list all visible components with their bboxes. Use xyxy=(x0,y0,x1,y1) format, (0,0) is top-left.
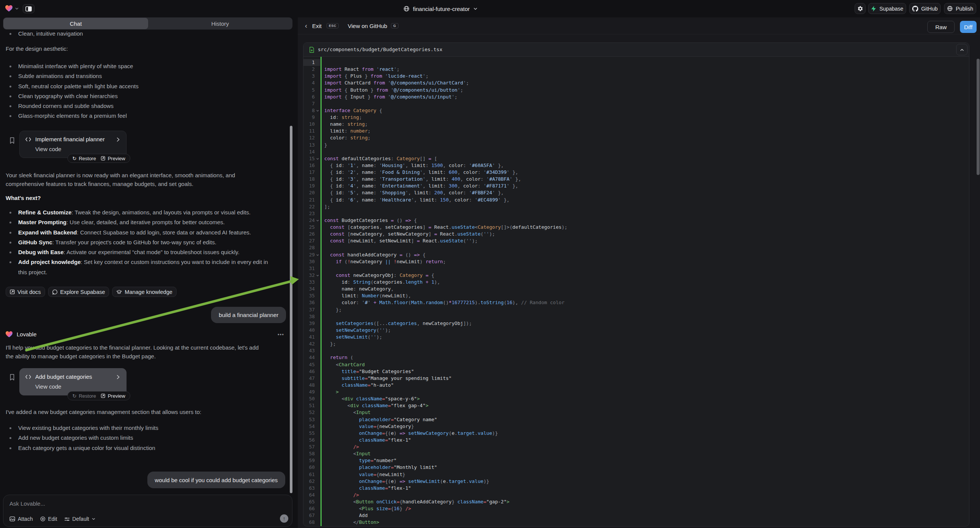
diff-toggle-button[interactable]: Diff xyxy=(960,21,977,33)
restore-button[interactable]: ↻ Restore xyxy=(72,156,96,161)
line-number: 63 xyxy=(304,485,315,491)
restore-preview-pill: ↻ Restore Preview xyxy=(67,154,130,163)
line-number: 66 xyxy=(304,505,315,512)
view-code-link[interactable]: View code xyxy=(35,383,61,390)
added-bullet-list: View existing budget categories with the… xyxy=(6,423,158,453)
exit-button[interactable]: Exit xyxy=(312,23,321,29)
chevron-left-icon[interactable]: ‹ xyxy=(305,23,307,29)
code-line: 49 > xyxy=(304,389,969,396)
message-menu-button[interactable]: ••• xyxy=(278,332,284,337)
code-line: 23 xyxy=(304,210,969,217)
chat-input[interactable]: Ask Lovable... xyxy=(10,500,45,507)
chat-paragraph: I'll help you add budget categories to t… xyxy=(6,343,267,361)
chevron-right-icon[interactable] xyxy=(116,137,121,142)
code-line: 33 id: String(categories.length + 1), xyxy=(304,279,969,286)
chat-scrollbar[interactable] xyxy=(290,126,293,493)
code-line: 45 <ChartCard xyxy=(304,361,969,368)
code-line: 41 setNewLimit(''); xyxy=(304,334,969,340)
code-line: 61 value={newLimit} xyxy=(304,471,969,478)
view-on-github-link[interactable]: View on GitHub xyxy=(348,23,387,29)
line-number: 45 xyxy=(304,361,315,368)
line-number: 4 xyxy=(304,80,315,86)
line-number: 65 xyxy=(304,498,315,505)
restore-preview-pill: ↻ Restore Preview xyxy=(67,391,130,400)
code-line: 24const BudgetCategories = () => { xyxy=(304,217,969,224)
chevron-right-icon[interactable] xyxy=(116,375,121,380)
code-scrollbar[interactable] xyxy=(977,59,980,175)
tab-chat[interactable]: Chat xyxy=(3,18,148,29)
line-number: 48 xyxy=(304,382,315,389)
code-line: 48 className="h-auto" xyxy=(304,382,969,389)
code-line: 34 name: newCategory, xyxy=(304,286,969,293)
code-line: 11 limit: number; xyxy=(304,128,969,134)
code-line: 56 className="flex-1" xyxy=(304,437,969,444)
tab-history[interactable]: History xyxy=(148,17,292,30)
fold-chevron-icon[interactable] xyxy=(316,274,319,277)
line-number: 26 xyxy=(304,231,315,237)
fold-chevron-icon[interactable] xyxy=(316,109,319,113)
send-button[interactable]: ↑ xyxy=(280,514,288,523)
list-item: Debug with Ease: Activate our experiment… xyxy=(6,247,273,257)
line-number: 62 xyxy=(304,478,315,485)
view-code-link[interactable]: View code xyxy=(35,146,61,152)
line-number: 56 xyxy=(304,437,315,444)
code-line: 3import { Plus } from 'lucide-react'; xyxy=(304,73,969,80)
list-item: GitHub Sync: Transfer your project's cod… xyxy=(6,237,273,247)
line-number: 5 xyxy=(304,87,315,94)
code-line: 42 }; xyxy=(304,340,969,347)
line-number: 52 xyxy=(304,409,315,416)
line-number: 47 xyxy=(304,375,315,382)
esc-key-badge: ESC xyxy=(326,23,339,29)
line-number: 51 xyxy=(304,402,315,409)
fold-chevron-icon[interactable] xyxy=(316,253,319,257)
file-diff-card: src/components/budget/BudgetCategories.t… xyxy=(303,43,969,526)
preview-button[interactable]: Preview xyxy=(101,156,125,161)
bookmark-icon[interactable] xyxy=(10,374,15,381)
explore-supabase-button[interactable]: Explore Supabase xyxy=(48,287,110,297)
chat-tab-bar: Chat History xyxy=(3,17,293,30)
fold-chevron-icon[interactable] xyxy=(316,219,319,222)
attach-button[interactable]: Attach xyxy=(10,516,33,522)
edit-target-icon xyxy=(40,516,45,522)
line-number: 9 xyxy=(304,114,315,121)
line-number: 1 xyxy=(304,59,315,66)
line-number: 32 xyxy=(304,272,315,279)
code-line: 51 <div className="flex gap-4"> xyxy=(304,402,969,409)
visit-docs-button[interactable]: Visit docs xyxy=(6,287,45,297)
list-item: View existing budget categories with the… xyxy=(6,423,158,433)
line-number: 23 xyxy=(304,210,315,217)
list-item: Subtle animations and transitions xyxy=(6,71,138,81)
line-number: 8 xyxy=(304,107,315,114)
file-path-bar[interactable]: src/components/budget/BudgetCategories.t… xyxy=(304,43,969,57)
code-line: 60 placeholder="Monthly limit" xyxy=(304,464,969,471)
code-line: 39 setCategories([...categories, newCate… xyxy=(304,320,969,327)
code-line: 7 xyxy=(304,100,969,107)
line-number: 64 xyxy=(304,491,315,498)
list-item: Expand with Backend: Connect Supabase to… xyxy=(6,227,273,237)
assistant-name: Lovable xyxy=(17,331,37,337)
bookmark-icon[interactable] xyxy=(10,137,15,144)
line-number: 36 xyxy=(304,299,315,306)
graduation-cap-icon xyxy=(116,289,122,295)
file-path: src/components/budget/BudgetCategories.t… xyxy=(318,46,442,52)
fold-chevron-icon[interactable] xyxy=(316,157,319,161)
line-number: 28 xyxy=(304,244,315,251)
edit-mode-button[interactable]: Edit xyxy=(40,516,57,522)
restore-button[interactable]: ↻ Restore xyxy=(72,393,96,399)
next-steps-list: Refine & Customize: Tweak the design, an… xyxy=(6,208,273,277)
line-number: 42 xyxy=(304,340,315,347)
chat-bubble-icon xyxy=(52,289,57,295)
preview-button[interactable]: Preview xyxy=(101,393,125,399)
code-line: 20 { id: '5', name: 'Shopping', limit: 2… xyxy=(304,189,969,196)
model-selector[interactable]: Default xyxy=(64,516,95,522)
line-number: 57 xyxy=(304,444,315,450)
manage-knowledge-button[interactable]: Manage knowledge xyxy=(112,287,177,297)
collapse-file-button[interactable] xyxy=(956,44,967,55)
raw-toggle-button[interactable]: Raw xyxy=(928,21,955,33)
user-message-bubble: build a financial planner xyxy=(211,307,286,323)
code-line: 47 subtitle="Manage your spending limits… xyxy=(304,375,969,382)
line-number: 19 xyxy=(304,183,315,189)
chat-paragraph: I've added a new budget categories manag… xyxy=(6,407,286,416)
list-item: Soft, neutral color palette with light b… xyxy=(6,81,138,91)
line-number: 58 xyxy=(304,450,315,457)
